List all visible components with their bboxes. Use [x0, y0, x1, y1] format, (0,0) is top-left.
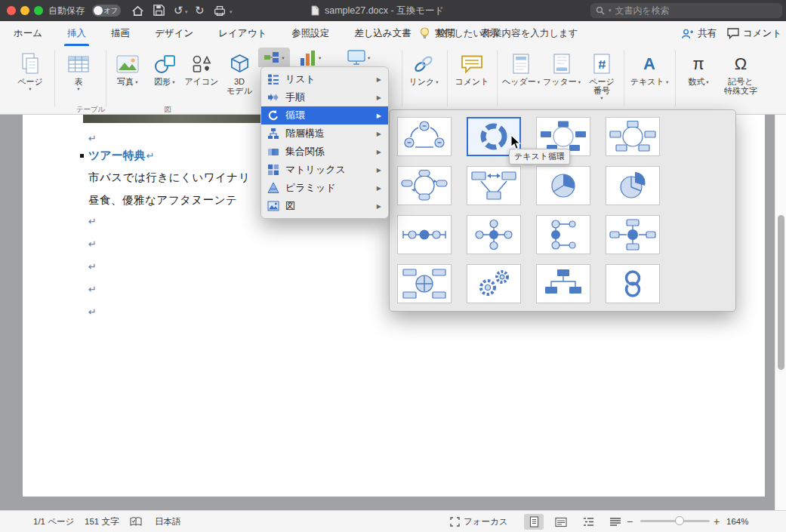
tab-mailings[interactable]: 差し込み文書 [351, 21, 415, 46]
gallery-tooltip: テキスト循環 [509, 149, 570, 165]
submenu-arrow-icon: ▶ [377, 167, 381, 174]
outline-view-button[interactable] [578, 514, 598, 530]
header-button[interactable]: ヘッダー▾ [501, 48, 541, 86]
paragraph-mark: ↵ [88, 306, 97, 318]
menu-item-process[interactable]: 手順 ▶ [261, 88, 388, 106]
save-icon[interactable] [153, 4, 165, 17]
print-icon[interactable] [213, 4, 227, 17]
menu-item-cycle[interactable]: 循環 ▶ [261, 106, 388, 125]
smartart-thumb-basic-radial[interactable] [467, 215, 521, 254]
new-comment-icon [461, 48, 483, 74]
smartart-thumb-multidirectional-cycle[interactable] [467, 166, 521, 205]
undo-icon[interactable]: ↺ [174, 0, 183, 21]
toggle-knob [94, 6, 103, 15]
table-button[interactable]: 表 ▾ [59, 48, 98, 91]
search-input[interactable]: ▾ 文書内を検索 [590, 3, 782, 18]
page-number-button[interactable]: ページ 番号 ▾ [583, 48, 621, 100]
scrollbar-thumb[interactable] [778, 215, 784, 370]
icons-button[interactable]: アイコン [183, 48, 220, 86]
3d-models-button[interactable]: 3D モデル [222, 48, 257, 95]
cycle-category-icon [267, 109, 279, 121]
link-chevron: ▾ [436, 79, 438, 85]
table-icon [68, 48, 89, 74]
zoom-in-button[interactable]: + [714, 511, 720, 532]
smartart-thumb-cycle-matrix[interactable] [397, 264, 452, 303]
tab-draw[interactable]: 描画 [108, 21, 133, 46]
zoom-slider-thumb[interactable] [675, 516, 684, 525]
smartart-thumb-radial-cycle-vertical[interactable] [536, 215, 590, 254]
process-category-icon [267, 91, 279, 103]
menu-item-matrix[interactable]: マトリックス ▶ [261, 161, 388, 179]
vertical-scrollbar[interactable] [775, 115, 786, 510]
home-icon[interactable] [131, 5, 144, 17]
document-heading[interactable]: ツアー特典↵ [88, 149, 155, 163]
smartart-thumb-radial-block[interactable] [536, 264, 590, 303]
search-placeholder: 文書内を検索 [615, 5, 670, 17]
zoom-out-button[interactable]: − [627, 511, 633, 532]
submenu-arrow-icon: ▶ [377, 112, 381, 119]
smartart-thumb-continuous-cycle[interactable] [397, 166, 452, 205]
document-body-line[interactable]: 市バスでは行きにくいワイナリ [88, 171, 250, 185]
link-button[interactable]: リンク▾ [406, 48, 441, 86]
smartart-thumb-gear[interactable] [467, 264, 521, 303]
equation-button[interactable]: π 数式▾ [681, 48, 716, 86]
submenu-arrow-icon: ▶ [377, 131, 381, 137]
paragraph-mark: ↵ [146, 150, 155, 161]
outline-bullet[interactable] [80, 154, 84, 158]
web-layout-view-button[interactable] [551, 514, 571, 530]
redo-icon[interactable]: ↻ [195, 0, 205, 21]
smartart-thumb-basic-cycle[interactable] [397, 117, 452, 156]
focus-toggle[interactable]: フォーカス [450, 511, 508, 532]
new-comment-button[interactable]: コメント [452, 48, 492, 86]
print-layout-view-button[interactable] [524, 514, 544, 530]
smartart-thumb-segmented-pie[interactable] [536, 166, 590, 205]
smartart-button[interactable]: ▾ [258, 48, 290, 67]
minimize-window-button[interactable] [20, 6, 29, 15]
menu-item-list[interactable]: リスト ▶ [261, 70, 388, 88]
text-box-button[interactable]: A テキスト▾ [628, 48, 670, 86]
footer-button[interactable]: フッター▾ [542, 48, 581, 86]
menu-item-pyramid[interactable]: ピラミッド ▶ [261, 179, 388, 197]
undo-dropdown-chevron[interactable]: ▾ [185, 9, 188, 15]
document-body-line[interactable]: 昼食、優雅なアフタヌーンテ [88, 193, 237, 208]
chart-button[interactable]: ▾ [299, 49, 321, 66]
search-scope-chevron[interactable]: ▾ [609, 8, 612, 14]
print-dropdown-chevron[interactable]: ▾ [230, 9, 233, 15]
menu-item-hierarchy[interactable]: 階層構造 ▶ [261, 125, 388, 143]
smartart-thumb-nondirectional-cycle[interactable] [606, 117, 660, 156]
tell-me-label: 実行したい作業内容を入力します [435, 27, 578, 40]
pictures-button[interactable]: 写真▾ [110, 48, 145, 86]
tab-home[interactable]: ホーム [11, 21, 45, 46]
char-count[interactable]: 151 文字 [85, 511, 119, 532]
header-chevron: ▾ [538, 79, 540, 85]
comments-button[interactable]: コメント [727, 21, 781, 46]
menu-item-picture[interactable]: 図 ▶ [261, 197, 388, 215]
smartart-thumb-converging-radial[interactable] [606, 215, 660, 254]
zoom-level[interactable]: 164% [726, 511, 748, 532]
close-window-button[interactable] [7, 6, 16, 15]
draft-view-button[interactable] [606, 514, 625, 530]
focus-label: フォーカス [464, 516, 508, 527]
header-icon [512, 48, 530, 74]
autosave-toggle[interactable]: オフ [92, 5, 121, 17]
inline-image[interactable] [83, 115, 261, 123]
symbol-button[interactable]: Ω 記号と 特殊文字 [719, 48, 763, 95]
screenshot-button[interactable]: ▾ [347, 49, 370, 66]
smartart-thumb-interlocking-cycle[interactable] [606, 264, 660, 303]
submenu-arrow-icon: ▶ [377, 94, 381, 101]
language-selector[interactable]: 日本語 [155, 511, 181, 532]
menu-item-relationship[interactable]: 集合関係 ▶ [261, 143, 388, 161]
page-count[interactable]: 1/1 ページ [33, 511, 74, 532]
smartart-thumb-exploded-pie[interactable] [606, 166, 660, 205]
fullscreen-window-button[interactable] [34, 6, 43, 15]
smartart-thumb-radial-cycle-horizontal[interactable] [397, 215, 452, 254]
shapes-button[interactable]: 図形▾ [148, 48, 181, 86]
tab-references[interactable]: 参照設定 [288, 21, 332, 46]
proofing-icon[interactable] [130, 511, 142, 532]
pages-button[interactable]: ページ ▾ [11, 48, 50, 91]
tab-layout[interactable]: レイアウト [215, 21, 270, 46]
tell-me-box[interactable]: 実行したい作業内容を入力します [420, 21, 578, 46]
share-button[interactable]: 共有 [681, 21, 717, 46]
tab-design[interactable]: デザイン [152, 21, 196, 46]
tab-insert[interactable]: 挿入 [64, 21, 89, 46]
